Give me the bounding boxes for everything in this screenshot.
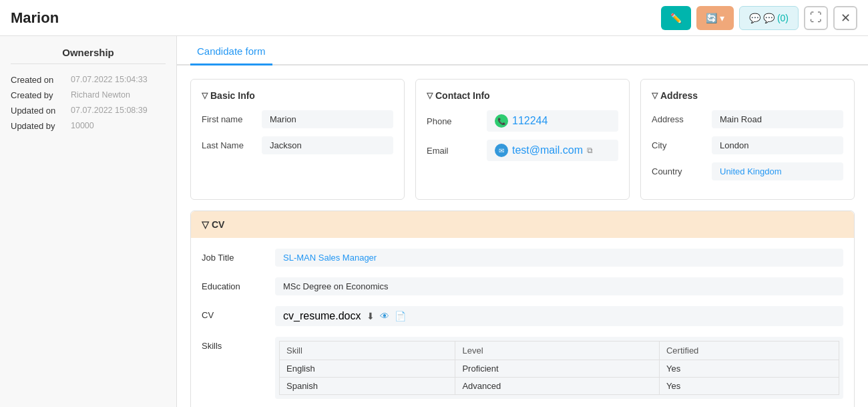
table-cell: English (280, 360, 455, 378)
comment-button[interactable]: 💬 💬 (0) (739, 6, 799, 30)
contact-info-header: ▽ Contact Info (427, 90, 618, 101)
phone-row: Phone 📞 112244 (427, 110, 618, 132)
cv-body: Job Title SL-MAN Sales Manager Education… (191, 238, 854, 407)
skill-col-header: Skill (280, 342, 455, 360)
sidebar: Ownership Created on 07.07.2022 15:04:33… (0, 36, 177, 407)
comment-count: 💬 (0) (763, 13, 789, 23)
contact-info-section: ▽ Contact Info Phone 📞 112244 Email ✉ (415, 79, 630, 200)
edit-button[interactable]: ✏️ (661, 6, 691, 30)
address-value: Main Road (712, 110, 843, 128)
sidebar-value-created-on: 07.07.2022 15:04:33 (71, 75, 148, 84)
email-value-container: ✉ test@mail.com ⧉ (487, 140, 618, 161)
basic-info-title: Basic Info (210, 90, 255, 101)
email-label: Email (427, 146, 480, 156)
basic-info-header: ▽ Basic Info (202, 90, 393, 101)
cv-file-label: CV (202, 306, 268, 320)
cv-title: CV (212, 219, 224, 230)
city-label: City (652, 140, 705, 150)
sidebar-label-updated-by: Updated by (11, 121, 71, 131)
close-button[interactable]: ✕ (833, 6, 857, 30)
cv-header: ▽ CV (191, 211, 854, 238)
phone-value-container: 📞 112244 (487, 110, 618, 132)
skills-header-row: Skill Level Certified (280, 342, 839, 360)
sidebar-label-created-on: Created on (11, 75, 71, 85)
last-name-value: Jackson (262, 136, 393, 154)
sidebar-row-created-on: Created on 07.07.2022 15:04:33 (11, 75, 166, 85)
download-icon[interactable]: ⬇ (367, 311, 375, 321)
address-section: ▽ Address Address Main Road City London … (640, 79, 855, 200)
sidebar-title: Ownership (11, 47, 166, 64)
sidebar-value-updated-by: 10000 (71, 121, 94, 130)
eye-icon[interactable]: 👁 (380, 311, 389, 321)
skills-table-wrapper: Skill Level Certified EnglishProficientY… (275, 337, 843, 399)
phone-icon: 📞 (495, 114, 508, 128)
cv-section: ▽ CV Job Title SL-MAN Sales Manager Educ… (190, 211, 855, 407)
titlebar-actions: ✏️ 🔄 ▾ 💬 💬 (0) ⛶ ✕ (661, 6, 857, 30)
contact-info-title: Contact Info (435, 90, 490, 101)
top-sections-row: ▽ Basic Info First name Marion Last Name… (190, 79, 855, 200)
edit-icon: ✏️ (670, 13, 682, 23)
job-title-label: Job Title (202, 249, 268, 263)
education-label: Education (202, 277, 268, 291)
fullscreen-icon: ⛶ (810, 11, 822, 24)
skills-row: Skills Skill Level Certified (202, 337, 843, 399)
city-field-row: City London (652, 136, 843, 154)
address-field-row: Address Main Road (652, 110, 843, 128)
first-name-row: First name Marion (202, 110, 393, 128)
country-value: United Kingdom (712, 162, 843, 180)
country-field-row: Country United Kingdom (652, 162, 843, 180)
skills-data-row: SpanishAdvancedYes (280, 378, 839, 395)
sidebar-value-updated-on: 07.07.2022 15:08:39 (71, 106, 148, 115)
close-icon: ✕ (841, 11, 851, 25)
sidebar-label-updated-on: Updated on (11, 106, 71, 116)
sidebar-row-updated-on: Updated on 07.07.2022 15:08:39 (11, 106, 166, 116)
first-name-label: First name (202, 114, 255, 124)
sidebar-label-created-by: Created by (11, 90, 71, 100)
sidebar-row-updated-by: Updated by 10000 (11, 121, 166, 131)
share-icon: 🔄 (706, 13, 717, 23)
share-button[interactable]: 🔄 ▾ (696, 6, 734, 30)
comment-icon: 💬 (749, 13, 761, 23)
table-cell: Proficient (455, 360, 659, 378)
last-name-label: Last Name (202, 140, 255, 150)
tabs: Candidate form (177, 36, 868, 65)
job-title-value: SL-MAN Sales Manager (275, 249, 843, 267)
phone-label: Phone (427, 116, 480, 126)
sidebar-row-created-by: Created by Richard Newton (11, 90, 166, 100)
skills-label: Skills (202, 337, 268, 351)
table-cell: Yes (659, 360, 839, 378)
copy-email-icon[interactable]: ⧉ (587, 146, 593, 155)
email-row: Email ✉ test@mail.com ⧉ (427, 140, 618, 161)
window-title: Marion (11, 9, 59, 27)
job-title-row: Job Title SL-MAN Sales Manager (202, 249, 843, 267)
skills-data-row: EnglishProficientYes (280, 360, 839, 378)
cv-filename: cv_resume.docx (283, 310, 361, 322)
education-row: Education MSc Degree on Economics (202, 277, 843, 295)
cv-file-row: CV cv_resume.docx ⬇ 👁 📄 (202, 306, 843, 326)
last-name-row: Last Name Jackson (202, 136, 393, 154)
sidebar-value-created-by: Richard Newton (71, 90, 130, 100)
basic-info-triangle-icon: ▽ (202, 91, 208, 100)
country-label: Country (652, 166, 705, 176)
level-col-header: Level (455, 342, 659, 360)
skills-table: Skill Level Certified EnglishProficientY… (279, 341, 839, 395)
main-area: Ownership Created on 07.07.2022 15:04:33… (0, 36, 868, 407)
contact-info-triangle-icon: ▽ (427, 91, 433, 100)
email-icon: ✉ (495, 144, 508, 157)
form-content: ▽ Basic Info First name Marion Last Name… (177, 65, 868, 407)
basic-info-section: ▽ Basic Info First name Marion Last Name… (190, 79, 405, 200)
content-area: Candidate form ▽ Basic Info First name M… (177, 36, 868, 407)
phone-value: 112244 (512, 115, 548, 127)
address-triangle-icon: ▽ (652, 91, 658, 100)
table-cell: Yes (659, 378, 839, 395)
titlebar: Marion ✏️ 🔄 ▾ 💬 💬 (0) ⛶ ✕ (0, 0, 868, 36)
fullscreen-button[interactable]: ⛶ (804, 6, 828, 30)
share-dropdown-icon: ▾ (720, 13, 724, 23)
education-value: MSc Degree on Economics (275, 277, 843, 295)
file-icon[interactable]: 📄 (395, 311, 406, 321)
cv-triangle-icon: ▽ (202, 219, 209, 230)
tab-candidate-form[interactable]: Candidate form (190, 36, 272, 65)
table-cell: Advanced (455, 378, 659, 395)
certified-col-header: Certified (659, 342, 839, 360)
cv-file-container: cv_resume.docx ⬇ 👁 📄 (275, 306, 843, 326)
